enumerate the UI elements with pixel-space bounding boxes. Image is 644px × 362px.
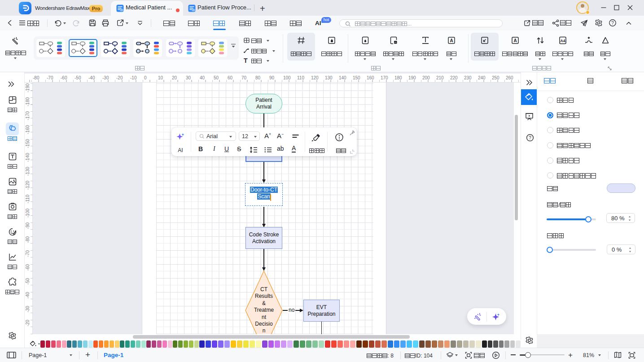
svg-text:A: A — [513, 38, 517, 43]
svg-text:?: ? — [529, 135, 531, 140]
svg-text:?: ? — [611, 20, 614, 26]
svg-text:A4: A4 — [561, 39, 565, 43]
svg-text:A: A — [450, 38, 453, 43]
